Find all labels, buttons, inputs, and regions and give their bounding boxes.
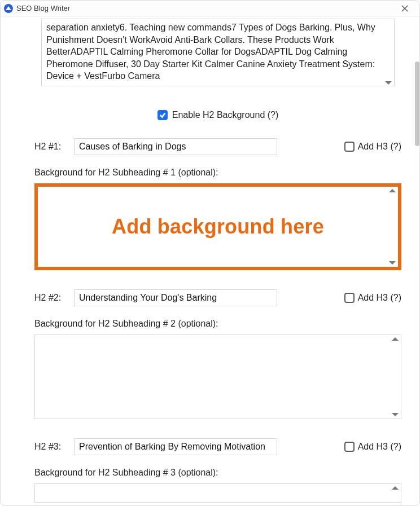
enable-h2-background-checkbox[interactable] [158, 110, 168, 120]
scroll-up-icon[interactable] [389, 189, 396, 192]
app-icon [4, 4, 13, 13]
add-h3-3-checkbox[interactable] [344, 442, 355, 452]
bg-1-overlay-text: Add background here [38, 215, 398, 239]
h2-row-3: H2 #3: Add H3 (?) [34, 438, 401, 455]
window-title: SEO Blog Writer [16, 4, 70, 12]
app-window: SEO Blog Writer separation anxiety6. Tea… [0, 0, 420, 506]
add-h3-3: Add H3 (?) [344, 442, 401, 452]
add-h3-2: Add H3 (?) [344, 293, 401, 303]
intro-textarea[interactable]: separation anxiety6. Teaching new comman… [41, 19, 395, 86]
bg-2-label: Background for H2 Subheading # 2 (option… [34, 319, 401, 329]
bg-1-label: Background for H2 Subheading # 1 (option… [34, 168, 401, 178]
add-h3-1-label: Add H3 (?) [358, 142, 401, 152]
enable-h2-background-label: Enable H2 Background (?) [172, 110, 279, 120]
add-h3-1: Add H3 (?) [344, 142, 401, 152]
intro-text: separation anxiety6. Teaching new comman… [46, 23, 375, 81]
check-icon [159, 112, 166, 118]
add-h3-2-checkbox[interactable] [344, 293, 355, 303]
bg-1-textarea[interactable]: Add background here [34, 183, 401, 270]
close-button[interactable] [393, 2, 416, 15]
bg-3-label: Background for H2 Subheading # 3 (option… [34, 468, 401, 478]
h2-row-2: H2 #2: Add H3 (?) [34, 289, 401, 306]
scrollbar-thumb[interactable] [415, 61, 419, 146]
scroll-up-icon[interactable] [392, 486, 399, 490]
h2-1-input[interactable] [74, 138, 277, 155]
h2-row-1: H2 #1: Add H3 (?) [34, 138, 401, 155]
h2-2-label: H2 #2: [34, 293, 68, 303]
h2-3-label: H2 #3: [34, 442, 68, 452]
enable-h2-background-row: Enable H2 Background (?) [34, 110, 401, 120]
client-area: separation anxiety6. Teaching new comman… [1, 16, 419, 506]
h2-3-input[interactable] [74, 438, 277, 455]
bg-2-textarea[interactable] [34, 335, 401, 419]
bg-3-textarea[interactable] [34, 483, 401, 503]
scroll-up-icon[interactable] [392, 337, 399, 341]
scroll-down-icon[interactable] [385, 81, 392, 85]
close-icon [401, 5, 408, 12]
add-h3-3-label: Add H3 (?) [358, 442, 401, 452]
scroll-down-icon[interactable] [389, 261, 396, 265]
add-h3-1-checkbox[interactable] [344, 142, 355, 152]
h2-2-input[interactable] [74, 289, 277, 306]
h2-1-label: H2 #1: [34, 142, 68, 152]
add-h3-2-label: Add H3 (?) [358, 293, 401, 303]
titlebar: SEO Blog Writer [1, 1, 419, 16]
scroll-down-icon[interactable] [392, 413, 399, 416]
